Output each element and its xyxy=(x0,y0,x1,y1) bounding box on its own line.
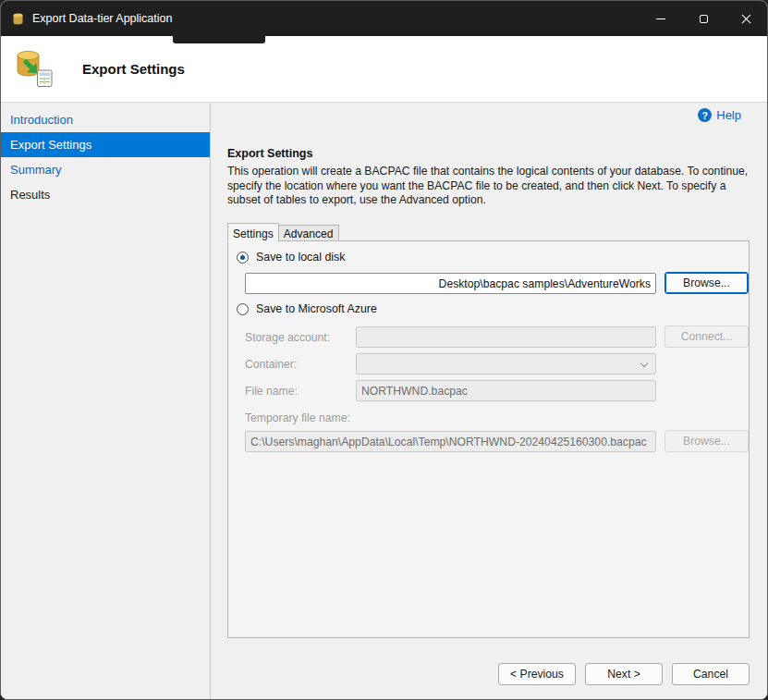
tab-settings[interactable]: Settings xyxy=(227,223,279,242)
minimize-icon xyxy=(656,18,665,19)
container-label: Container: xyxy=(245,358,297,371)
save-local-label: Save to local disk xyxy=(256,251,345,264)
temporary-file-name-label: Temporary file name: xyxy=(245,411,350,424)
page-heading: Export Settings xyxy=(227,147,312,160)
radio-save-to-local-disk[interactable]: Save to local disk xyxy=(237,251,345,264)
help-link[interactable]: ? Help xyxy=(698,108,741,122)
file-name-input xyxy=(356,380,656,401)
storage-account-label: Storage account: xyxy=(245,331,330,344)
save-azure-label: Save to Microsoft Azure xyxy=(256,302,377,315)
storage-account-input xyxy=(356,326,656,348)
radio-unchecked-icon xyxy=(237,303,249,315)
connect-button: Connect... xyxy=(664,325,749,348)
close-button[interactable] xyxy=(725,1,767,36)
settings-tab-panel: Save to local disk Browse... Save to Mic… xyxy=(227,240,750,638)
temporary-file-input xyxy=(245,431,656,452)
previous-button[interactable]: < Previous xyxy=(498,663,576,685)
export-data-tier-icon xyxy=(13,47,55,90)
tab-advanced[interactable]: Advanced xyxy=(279,225,339,240)
wizard-header: Export Settings xyxy=(1,36,767,103)
cancel-button[interactable]: Cancel xyxy=(672,663,750,685)
help-label: Help xyxy=(716,108,741,122)
tab-strip: Settings Advanced xyxy=(227,222,339,241)
titlebar[interactable]: Export Data-tier Application xyxy=(1,1,767,36)
export-wizard-window: Export Data-tier Application Expor xyxy=(0,0,768,700)
wizard-steps-sidebar: Introduction Export Settings Summary Res… xyxy=(1,104,211,699)
maximize-icon xyxy=(700,15,708,23)
sidebar-item-introduction[interactable]: Introduction xyxy=(1,107,210,132)
radio-save-to-azure[interactable]: Save to Microsoft Azure xyxy=(237,302,377,315)
footer-buttons: < Previous Next > Cancel xyxy=(498,663,750,685)
container-dropdown xyxy=(356,353,656,375)
help-icon: ? xyxy=(698,108,712,122)
close-icon xyxy=(741,14,751,24)
file-name-label: File name: xyxy=(245,385,298,398)
local-path-input[interactable] xyxy=(245,273,656,294)
window-controls xyxy=(640,1,767,36)
wizard-title: Export Settings xyxy=(82,61,185,77)
radio-checked-icon xyxy=(237,252,249,264)
titlebar-artifact xyxy=(173,36,265,43)
next-button[interactable]: Next > xyxy=(585,663,663,685)
page-description: This operation will create a BACPAC file… xyxy=(227,165,754,208)
browse-temporary-button: Browse... xyxy=(664,430,749,452)
browse-local-button[interactable]: Browse... xyxy=(664,272,749,294)
app-icon xyxy=(11,12,25,26)
maximize-button[interactable] xyxy=(682,1,725,36)
content-area: ? Help Export Settings This operation wi… xyxy=(212,104,767,699)
minimize-button[interactable] xyxy=(640,1,682,36)
chevron-down-icon xyxy=(640,360,648,367)
window-title: Export Data-tier Application xyxy=(32,12,172,25)
sidebar-item-export-settings[interactable]: Export Settings xyxy=(1,132,210,157)
sidebar-item-results[interactable]: Results xyxy=(1,182,210,207)
sidebar-item-summary[interactable]: Summary xyxy=(1,157,210,182)
